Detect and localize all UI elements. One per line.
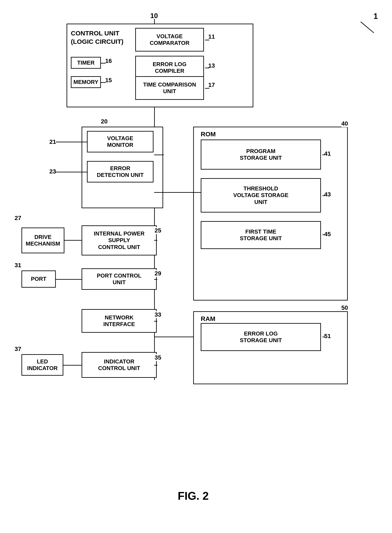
ni-to-main: [154, 321, 157, 322]
icu-to-main: [154, 365, 157, 366]
first-time-storage-box: FIRST TIMESTORAGE UNIT: [201, 221, 321, 249]
ram-label: RAM: [201, 315, 215, 322]
dm-to-ips: [64, 240, 82, 241]
ref25-label: 25: [154, 227, 161, 234]
ref40-label: 40: [341, 120, 348, 127]
ref43-line: [322, 195, 325, 196]
ref16-tilde: [101, 63, 106, 64]
timer-box: TIMER: [71, 57, 101, 69]
ref11-label: 11: [208, 33, 215, 40]
ref1-label: 1: [373, 12, 378, 21]
ref27-label: 27: [15, 215, 21, 222]
ref41-line: [322, 155, 325, 155]
ref23-line: [56, 172, 87, 172]
internal-power-supply-box: INTERNAL POWERSUPPLYCONTROL UNIT: [82, 225, 157, 255]
led-to-icu: [63, 365, 82, 366]
ref1-arrow: [360, 21, 374, 33]
program-storage-unit-box: PROGRAMSTORAGE UNIT: [201, 139, 321, 170]
main-to-rom-h: [154, 192, 201, 193]
ref13-tilde: [205, 68, 209, 68]
main-to-ram-h: [154, 337, 194, 337]
ref23-label: 23: [49, 168, 56, 175]
ref10-line: [154, 19, 155, 24]
ips-to-main-h: [154, 240, 157, 241]
ref51-line: [322, 337, 325, 337]
pcu-to-main: [154, 279, 157, 280]
ref20-label: 20: [101, 118, 107, 125]
box20-to-main: [154, 155, 164, 155]
ref15-label: 15: [105, 77, 112, 84]
ref29-label: 29: [154, 270, 161, 277]
led-indicator-box: LEDINDICATOR: [21, 354, 63, 376]
voltage-monitor-box: VOLTAGEMONITOR: [87, 131, 154, 153]
ref37-label: 37: [15, 346, 21, 352]
error-detection-unit-box: ERRORDETECTION UNIT: [87, 161, 154, 182]
port-to-pcu: [56, 279, 82, 280]
port-box: PORT: [21, 270, 56, 288]
ref17-tilde: [205, 88, 209, 89]
ref11-tilde: [205, 40, 209, 40]
diagram: CONTROL UNIT(LOGIC CIRCUIT) VOLTAGECOMPA…: [0, 0, 392, 533]
network-interface-box: NETWORKINTERFACE: [82, 309, 157, 333]
ref51-label: 51: [324, 333, 331, 340]
drive-mechanism-box: DRIVEMECHANISM: [21, 227, 64, 253]
fig-label: FIG. 2: [140, 489, 247, 502]
ref16-label: 16: [105, 58, 112, 64]
ref21-line: [56, 142, 87, 142]
time-comparison-unit-box: TIME COMPARISONUNIT: [135, 76, 204, 100]
ref45-label: 45: [324, 231, 331, 238]
ref41-label: 41: [324, 150, 331, 157]
error-log-compiler-box: ERROR LOGCOMPILER: [135, 56, 204, 79]
control-unit-label: CONTROL UNIT(LOGIC CIRCUIT): [71, 29, 131, 46]
threshold-voltage-storage-box: THRESHOLDVOLTAGE STORAGEUNIT: [201, 178, 321, 213]
ref21-label: 21: [49, 139, 56, 145]
voltage-comparator-box: VOLTAGECOMPARATOR: [135, 28, 204, 51]
ref45-line: [322, 234, 325, 235]
error-log-storage-box: ERROR LOGSTORAGE UNIT: [201, 323, 321, 351]
ref10-label: 10: [150, 12, 158, 20]
ref43-label: 43: [324, 191, 331, 198]
port-control-unit-box: PORT CONTROLUNIT: [82, 268, 157, 290]
rom-label: ROM: [201, 130, 216, 138]
ref50-label: 50: [341, 304, 348, 311]
ref33-label: 33: [154, 311, 161, 318]
indicator-control-unit-box: INDICATORCONTROL UNIT: [82, 352, 157, 378]
ref31-label: 31: [15, 262, 21, 269]
ref35-label: 35: [154, 354, 161, 361]
ref17-label: 17: [208, 82, 215, 88]
ref15-tilde: [101, 82, 106, 83]
memory-box: MEMORY: [71, 76, 101, 88]
